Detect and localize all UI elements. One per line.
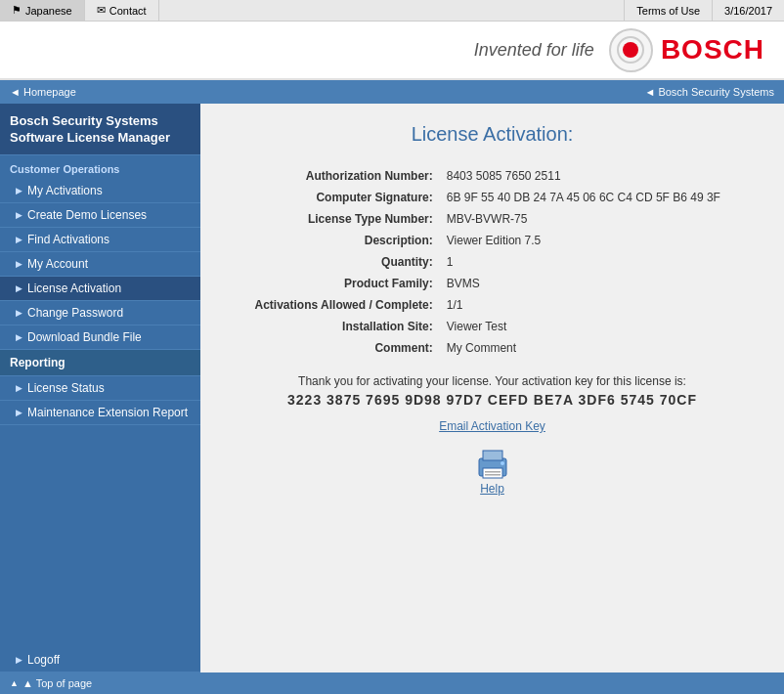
- table-row: Quantity: 1: [230, 251, 755, 273]
- table-row: Description: Viewer Edition 7.5: [230, 230, 755, 251]
- sidebar-item-label: License Activation: [27, 282, 121, 295]
- field-value: BVMS: [441, 273, 755, 294]
- arrow-icon: ▶: [16, 259, 22, 269]
- sidebar-item-find-activations[interactable]: ▶ Find Activations: [0, 228, 200, 252]
- sidebar-item-create-demo[interactable]: ▶ Create Demo Licenses: [0, 203, 200, 228]
- help-section: Help: [230, 447, 755, 496]
- sidebar-item-license-status[interactable]: ▶ License Status: [0, 376, 200, 401]
- sidebar-item-maintenance-report[interactable]: ▶ Maintenance Extension Report: [0, 401, 200, 425]
- field-label: License Type Number:: [230, 208, 441, 230]
- printer-icon: [473, 447, 512, 482]
- table-row: Installation Site: Viewer Test: [230, 316, 755, 337]
- svg-point-7: [501, 461, 504, 465]
- terms-of-use-link[interactable]: Terms of Use: [624, 0, 712, 21]
- field-value: 1: [441, 251, 755, 273]
- reporting-section-label: Reporting: [0, 350, 200, 376]
- arrow-icon: ▶: [16, 308, 22, 318]
- customer-ops-label: Customer Operations: [0, 155, 200, 179]
- field-label: Computer Signature:: [230, 187, 441, 208]
- sidebar-item-change-password[interactable]: ▶ Change Password: [0, 301, 200, 325]
- sidebar-item-label: Change Password: [27, 306, 123, 320]
- sidebar-item-label: License Status: [27, 381, 105, 395]
- bosch-logo-icon: [609, 28, 653, 72]
- table-row: Computer Signature: 6B 9F 55 40 DB 24 7A…: [230, 187, 755, 208]
- field-label: Activations Allowed / Complete:: [230, 294, 441, 316]
- bottom-bar: ▲ ▲ Top of page: [0, 672, 784, 694]
- svg-point-1: [623, 42, 638, 58]
- activation-key-value: 3223 3875 7695 9D98 97D7 CEFD BE7A 3DF6 …: [230, 392, 755, 408]
- sidebar-item-label: My Account: [27, 257, 88, 271]
- field-label: Comment:: [230, 337, 441, 359]
- svg-rect-3: [483, 451, 502, 460]
- svg-rect-6: [485, 474, 501, 476]
- page-title: License Activation:: [230, 123, 755, 146]
- sidebar-item-label: My Activations: [27, 184, 103, 197]
- arrow-icon: ▶: [16, 283, 22, 293]
- table-row: Activations Allowed / Complete: 1/1: [230, 294, 755, 316]
- svg-rect-5: [485, 471, 501, 473]
- contact-icon: ✉: [97, 4, 106, 17]
- breadcrumb-bar: ◄ Homepage ◄ Bosch Security Systems: [0, 80, 784, 104]
- sidebar-item-label: Create Demo Licenses: [27, 208, 147, 222]
- field-value: 6B 9F 55 40 DB 24 7A 45 06 6C C4 CD 5F B…: [441, 187, 755, 208]
- contact-button[interactable]: ✉ Contact: [85, 0, 159, 21]
- field-label: Quantity:: [230, 251, 441, 273]
- field-value: Viewer Test: [441, 316, 755, 337]
- japanese-label: Japanese: [25, 5, 72, 17]
- top-of-page-label: ▲ Top of page: [22, 677, 92, 689]
- help-label[interactable]: Help: [230, 482, 755, 496]
- field-value: My Comment: [441, 337, 755, 359]
- email-activation-link[interactable]: Email Activation Key: [230, 419, 755, 433]
- contact-label: Contact: [109, 5, 147, 17]
- brand-name: BOSCH: [661, 34, 764, 65]
- arrow-icon: ▶: [16, 383, 22, 393]
- main-layout: Bosch Security Systems Software License …: [0, 104, 784, 672]
- arrow-icon: ▶: [16, 186, 22, 195]
- field-label: Installation Site:: [230, 316, 441, 337]
- sidebar-item-download-bundle[interactable]: ▶ Download Bundle File: [0, 325, 200, 350]
- table-row: Authorization Number: 8403 5085 7650 251…: [230, 165, 755, 187]
- flag-icon: ⚑: [12, 4, 22, 17]
- top-bar: ⚑ Japanese ✉ Contact Terms of Use 3/16/2…: [0, 0, 784, 22]
- tagline: Invented for life: [474, 40, 594, 61]
- top-of-page-button[interactable]: ▲ ▲ Top of page: [10, 677, 92, 689]
- logo-bar: Invented for life BOSCH: [0, 22, 784, 80]
- arrow-icon: ▶: [16, 332, 22, 342]
- sidebar-brand: Bosch Security Systems Software License …: [0, 104, 200, 155]
- field-value: MBV-BVWR-75: [441, 208, 755, 230]
- arrow-icon: ▶: [16, 235, 22, 244]
- svg-rect-4: [483, 468, 502, 478]
- field-label: Description:: [230, 230, 441, 251]
- date-display: 3/16/2017: [712, 0, 784, 21]
- arrow-icon: ▶: [16, 655, 22, 665]
- activation-message: Thank you for activating your license. Y…: [298, 374, 686, 388]
- print-button[interactable]: [473, 447, 512, 482]
- field-value: 8403 5085 7650 2511: [441, 165, 755, 187]
- field-value: 1/1: [441, 294, 755, 316]
- sidebar-item-my-account[interactable]: ▶ My Account: [0, 252, 200, 277]
- triangle-up-icon: ▲: [10, 678, 19, 688]
- brand-title-line2: Software License Manager: [10, 130, 191, 147]
- activation-key-section: Thank you for activating your license. Y…: [230, 374, 755, 408]
- homepage-breadcrumb[interactable]: ◄ Homepage: [10, 86, 76, 98]
- sidebar: Bosch Security Systems Software License …: [0, 104, 200, 672]
- sidebar-item-label: Find Activations: [27, 233, 109, 246]
- arrow-icon: ▶: [16, 210, 22, 220]
- sidebar-item-logoff[interactable]: ▶ Logoff: [0, 648, 200, 672]
- sidebar-item-license-activation[interactable]: ▶ License Activation: [0, 277, 200, 301]
- sidebar-item-label: Download Bundle File: [27, 330, 142, 344]
- sidebar-item-my-activations[interactable]: ▶ My Activations: [0, 179, 200, 203]
- table-row: Product Family: BVMS: [230, 273, 755, 294]
- japanese-button[interactable]: ⚑ Japanese: [0, 0, 85, 21]
- sidebar-item-label: Maintenance Extension Report: [27, 406, 188, 419]
- field-value: Viewer Edition 7.5: [441, 230, 755, 251]
- table-row: Comment: My Comment: [230, 337, 755, 359]
- brand-title-line1: Bosch Security Systems: [10, 113, 191, 130]
- table-row: License Type Number: MBV-BVWR-75: [230, 208, 755, 230]
- license-info-table: Authorization Number: 8403 5085 7650 251…: [230, 165, 755, 359]
- arrow-icon: ▶: [16, 408, 22, 417]
- sidebar-item-label: Logoff: [27, 653, 60, 667]
- content-area: License Activation: Authorization Number…: [200, 104, 784, 672]
- section-breadcrumb[interactable]: ◄ Bosch Security Systems: [644, 86, 774, 98]
- bosch-ring-icon: [616, 35, 645, 65]
